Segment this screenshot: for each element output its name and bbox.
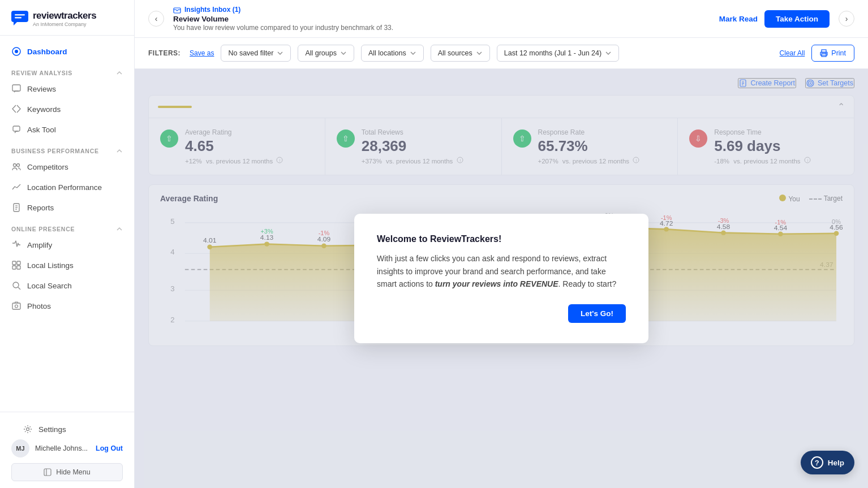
chevron-down-icon [476,50,483,57]
svg-line-19 [18,287,20,290]
local-listings-icon [11,260,22,270]
notification-bar: ‹ Insights Inbox (1) Review Volume You h… [135,0,868,38]
avatar: MJ [11,439,29,457]
sidebar-item-local-search[interactable]: Local Search [0,275,134,296]
dashboard-area: Create Report Set Targets ⌃ ⇧ Average Ra… [135,69,868,488]
svg-rect-20 [12,303,20,309]
filters-bar: FILTERS: Save as No saved filter All gro… [135,38,868,69]
sidebar-item-keywords[interactable]: Keywords [0,99,134,119]
main-content: ‹ Insights Inbox (1) Review Volume You h… [135,0,868,488]
modal-title: Welcome to ReviewTrackers! [377,234,626,244]
date-filter-label: Last 12 months (Jul 1 - Jun 24) [504,49,601,57]
notification-title: Review Volume [173,15,710,23]
svg-rect-23 [44,469,51,476]
online-presence-header: ONLINE PRESENCE [0,218,134,235]
sidebar-item-label: Amplify [27,241,52,249]
reports-icon [11,202,22,213]
hide-menu-label: Hide Menu [56,468,90,476]
svg-rect-17 [17,266,20,269]
save-as-button[interactable]: Save as [190,49,214,57]
sidebar-item-dashboard[interactable]: Dashboard [0,41,134,62]
svg-rect-16 [12,266,16,269]
logout-button[interactable]: Log Out [96,444,123,452]
brand-name: reviewtrackers [33,10,96,21]
svg-rect-14 [12,261,16,265]
sidebar-item-label: Local Listings [27,261,74,270]
competitors-icon [11,162,22,172]
svg-point-22 [27,428,29,431]
saved-filter-select[interactable]: No saved filter [221,45,291,62]
modal-footer: Let's Go! [377,304,626,323]
sidebar-item-ask-tool[interactable]: Ask Tool [0,119,134,140]
sidebar-bottom: Settings MJ Michelle Johns... Log Out Hi… [0,412,134,488]
prev-notification-button[interactable]: ‹ [148,11,164,27]
svg-point-8 [14,164,16,167]
sidebar-item-label: Photos [27,302,51,310]
notification-content: Insights Inbox (1) Review Volume You hav… [173,6,710,32]
sidebar-item-local-listings[interactable]: Local Listings [0,255,134,275]
clear-all-button[interactable]: Clear All [780,49,805,57]
date-filter-select[interactable]: Last 12 months (Jul 1 - Jun 24) [497,45,619,62]
location-performance-icon [11,182,22,192]
mark-read-button[interactable]: Mark Read [719,15,758,23]
sidebar-item-label: Settings [38,425,66,434]
sources-filter-label: All sources [438,49,472,57]
sidebar-item-competitors[interactable]: Competitors [0,157,134,177]
dashboard-icon [11,46,22,57]
sidebar-item-label: Reports [27,204,54,212]
sources-filter-select[interactable]: All sources [431,45,490,62]
photos-icon [11,301,22,311]
sidebar-item-settings[interactable]: Settings [11,419,123,439]
next-notification-button[interactable]: › [839,11,854,27]
sidebar-item-label: Local Search [27,282,72,290]
svg-marker-1 [14,22,17,25]
reviews-icon [11,84,22,94]
brand-tagline: An InMoment Company [33,21,96,27]
help-button[interactable]: ? Help [801,451,854,474]
filters-label: FILTERS: [148,49,181,57]
chevron-up-icon [116,148,123,154]
notification-description: You have low review volume compared to y… [173,24,710,32]
locations-filter-label: All locations [368,49,406,57]
user-row: MJ Michelle Johns... Log Out [11,439,123,457]
modal-overlay: Welcome to ReviewTrackers! With just a f… [135,69,868,488]
notification-actions: Mark Read Take Action [719,10,830,28]
amplify-icon [11,240,22,250]
locations-filter-select[interactable]: All locations [361,45,424,62]
chevron-down-icon [410,50,416,57]
help-circle-icon: ? [811,456,823,469]
svg-rect-15 [17,261,20,265]
welcome-modal: Welcome to ReviewTrackers! With just a f… [354,214,648,343]
review-analysis-header: REVIEW ANALYSIS [0,62,134,79]
lets-go-button[interactable]: Let's Go! [568,304,626,323]
local-search-icon [11,280,22,291]
svg-point-9 [17,164,20,167]
business-performance-header: BUSINESS PERFORMANCE [0,140,134,157]
settings-icon [23,424,33,434]
sidebar-item-amplify[interactable]: Amplify [0,235,134,255]
svg-rect-3 [15,17,22,19]
sidebar-item-photos[interactable]: Photos [0,296,134,316]
saved-filter-label: No saved filter [228,49,273,57]
chevron-down-icon [277,50,283,57]
sidebar-item-reports[interactable]: Reports [0,197,134,218]
hide-menu-button[interactable]: Hide Menu [11,463,123,481]
sidebar-item-location-performance[interactable]: Location Performance [0,177,134,197]
help-label: Help [828,459,844,467]
print-label: Print [831,49,846,57]
sidebar-item-label: Dashboard [27,47,67,56]
sidebar-item-label: Competitors [27,163,68,171]
logo-area: reviewtrackers An InMoment Company [0,0,134,36]
sidebar-item-reviews[interactable]: Reviews [0,79,134,99]
sidebar-item-label: Ask Tool [27,126,56,134]
groups-filter-select[interactable]: All groups [298,45,354,62]
user-name: Michelle Johns... [35,444,90,452]
print-button[interactable]: Print [811,45,854,62]
chevron-down-icon [605,50,612,57]
chevron-down-icon [340,50,347,57]
hide-menu-icon [44,468,51,476]
chevron-up-icon [116,226,123,232]
take-action-button[interactable]: Take Action [764,10,830,28]
sidebar-item-label: Reviews [27,85,56,93]
svg-point-29 [826,53,827,54]
